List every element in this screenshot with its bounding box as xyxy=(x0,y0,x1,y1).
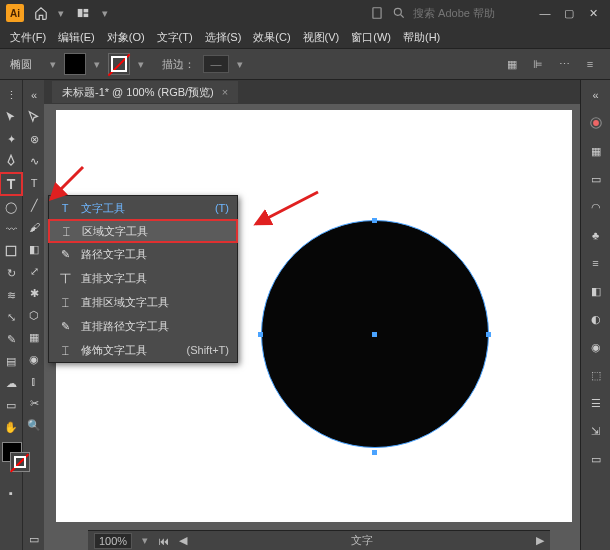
chevron-down-icon[interactable]: ▾ xyxy=(50,58,56,71)
appearance-panel-icon[interactable]: ◉ xyxy=(585,336,607,358)
chevron-left-icon[interactable]: « xyxy=(585,84,607,106)
graphic-styles-panel-icon[interactable]: ⬚ xyxy=(585,364,607,386)
properties-panel-icon[interactable]: ▭ xyxy=(585,168,607,190)
zoom-tool[interactable]: 🔍 xyxy=(23,414,45,436)
ellipse-tool[interactable]: ◯ xyxy=(0,196,22,218)
nav-next-icon[interactable]: ▶ xyxy=(536,534,544,547)
selection-handle[interactable] xyxy=(258,332,263,337)
shape-builder-tool[interactable]: ⬡ xyxy=(23,304,45,326)
minimize-button[interactable]: — xyxy=(534,4,556,22)
chevron-down-icon[interactable]: ▾ xyxy=(102,7,108,20)
brushes-panel-icon[interactable]: ◠ xyxy=(585,196,607,218)
svg-rect-3 xyxy=(373,8,381,19)
paintbrush-tool[interactable]: 🖌 xyxy=(23,216,45,238)
flyout-touch-type-tool[interactable]: ⌶ 修饰文字工具 (Shift+T) xyxy=(49,338,237,362)
blend-tool[interactable]: ◉ xyxy=(23,348,45,370)
shaper-tool[interactable] xyxy=(0,240,22,262)
chevron-down-icon[interactable]: ▾ xyxy=(138,58,144,71)
search-icon[interactable] xyxy=(391,5,407,21)
gradient-panel-icon[interactable]: ◧ xyxy=(585,280,607,302)
brush-tool[interactable]: 〰 xyxy=(0,218,22,240)
graph-tool[interactable]: ⫿ xyxy=(23,370,45,392)
color-mode[interactable]: ▪ xyxy=(0,482,22,504)
chevron-down-icon[interactable]: ▾ xyxy=(58,7,64,20)
artboards-panel-icon[interactable]: ▭ xyxy=(585,448,607,470)
menu-type[interactable]: 文字(T) xyxy=(153,28,197,47)
swatches-panel-icon[interactable]: ▦ xyxy=(585,140,607,162)
maximize-button[interactable]: ▢ xyxy=(558,4,580,22)
chevron-down-icon[interactable]: ▾ xyxy=(94,58,100,71)
menu-edit[interactable]: 编辑(E) xyxy=(54,28,99,47)
magic-wand-tool[interactable]: ✦ xyxy=(0,128,22,150)
screen-mode[interactable]: ▭ xyxy=(23,528,45,550)
stroke-panel-icon[interactable]: ≡ xyxy=(585,252,607,274)
slice-tool[interactable]: ✂ xyxy=(23,392,45,414)
puppet-tool[interactable]: ✱ xyxy=(23,282,45,304)
home-icon[interactable] xyxy=(32,4,50,22)
options-icon[interactable]: ⋯ xyxy=(554,54,574,74)
width-tool[interactable]: ≋ xyxy=(0,284,22,306)
nav-first-icon[interactable]: ⏮ xyxy=(158,535,169,547)
color-panel-icon[interactable] xyxy=(585,112,607,134)
selection-handle[interactable] xyxy=(372,218,377,223)
flyout-path-type-tool[interactable]: ✎ 路径文字工具 xyxy=(49,242,237,266)
curvature-tool[interactable]: ∿ xyxy=(23,150,45,172)
selection-handle[interactable] xyxy=(372,450,377,455)
document-tab[interactable]: 未标题-1* @ 100% (RGB/预览) × xyxy=(52,81,238,103)
chevron-down-icon[interactable]: ▾ xyxy=(142,534,148,547)
nav-prev-icon[interactable]: ◀ xyxy=(179,534,187,547)
artboard-tool[interactable]: ▭ xyxy=(0,394,22,416)
chevron-down-icon[interactable]: ▾ xyxy=(237,58,243,71)
selection-center[interactable] xyxy=(372,332,377,337)
transparency-panel-icon[interactable]: ◐ xyxy=(585,308,607,330)
chevron-left-icon[interactable]: « xyxy=(23,84,45,106)
flyout-vertical-type-tool[interactable]: 丅 直排文字工具 xyxy=(49,266,237,290)
vertical-type-icon: 丅 xyxy=(57,271,73,286)
asset-export-panel-icon[interactable]: ⇲ xyxy=(585,420,607,442)
menu-window[interactable]: 窗口(W) xyxy=(347,28,395,47)
free-transform-tool[interactable]: ⤡ xyxy=(0,306,22,328)
rotate-tool[interactable]: ↻ xyxy=(0,262,22,284)
symbols-panel-icon[interactable]: ♣ xyxy=(585,224,607,246)
menu-object[interactable]: 对象(O) xyxy=(103,28,149,47)
eyedropper-tool[interactable]: ✎ xyxy=(0,328,22,350)
menu-file[interactable]: 文件(F) xyxy=(6,28,50,47)
layout-button[interactable] xyxy=(72,4,94,22)
tab-close-icon[interactable]: × xyxy=(222,86,228,98)
line-tool[interactable]: ╱ xyxy=(23,194,45,216)
menu-help[interactable]: 帮助(H) xyxy=(399,28,444,47)
panel-menu-icon[interactable]: ≡ xyxy=(580,54,600,74)
grid-icon[interactable]: ▦ xyxy=(502,54,522,74)
fill-swatch[interactable] xyxy=(64,53,86,75)
direct-selection-tool[interactable] xyxy=(23,106,45,128)
zoom-level[interactable]: 100% xyxy=(94,533,132,549)
flyout-area-type-tool[interactable]: ⌶ 区域文字工具 xyxy=(48,219,238,243)
search-input[interactable] xyxy=(413,7,518,19)
hand-tool[interactable]: ✋ xyxy=(0,416,22,438)
menu-view[interactable]: 视图(V) xyxy=(299,28,344,47)
document-icon[interactable] xyxy=(369,5,385,21)
flyout-vertical-area-type-tool[interactable]: ⌶ 直排区域文字工具 xyxy=(49,290,237,314)
gradient-tool[interactable]: ▤ xyxy=(0,350,22,372)
dots-icon[interactable]: ⋮ xyxy=(0,84,22,106)
eraser-tool[interactable]: ◧ xyxy=(23,238,45,260)
symbol-tool[interactable]: ☁ xyxy=(0,372,22,394)
selection-tool[interactable] xyxy=(0,106,22,128)
selection-handle[interactable] xyxy=(486,332,491,337)
type-tool[interactable]: T xyxy=(0,172,23,196)
mesh-tool[interactable]: ▦ xyxy=(23,326,45,348)
scale-tool[interactable]: ⤢ xyxy=(23,260,45,282)
menu-select[interactable]: 选择(S) xyxy=(201,28,246,47)
touch-type-tool[interactable]: T xyxy=(23,172,45,194)
fill-stroke-control[interactable] xyxy=(0,442,22,482)
menu-effect[interactable]: 效果(C) xyxy=(249,28,294,47)
flyout-vertical-path-type-tool[interactable]: ✎ 直排路径文字工具 xyxy=(49,314,237,338)
stroke-width[interactable]: — xyxy=(203,55,229,73)
align-icon[interactable]: ⊫ xyxy=(528,54,548,74)
lasso-tool[interactable]: ⊗ xyxy=(23,128,45,150)
layers-panel-icon[interactable]: ☰ xyxy=(585,392,607,414)
stroke-swatch[interactable] xyxy=(108,53,130,75)
stroke-color[interactable] xyxy=(10,452,30,472)
pen-tool[interactable] xyxy=(0,150,22,172)
close-button[interactable]: ✕ xyxy=(582,4,604,22)
